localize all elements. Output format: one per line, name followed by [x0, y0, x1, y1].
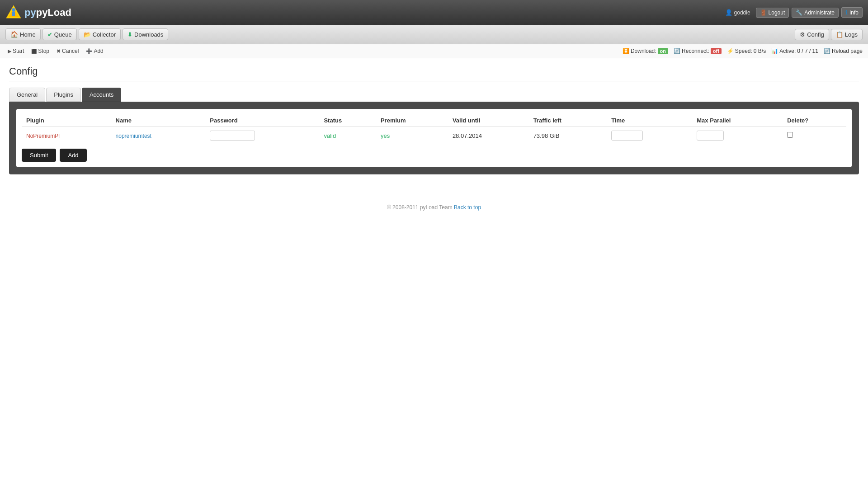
download-label: Download: — [631, 48, 656, 54]
nav-downloads[interactable]: Downloads — [123, 28, 168, 40]
queue-icon — [47, 31, 52, 38]
accounts-inner: Plugin Name Password Status Premium Vali… — [16, 109, 852, 167]
nav-collector-label: Collector — [93, 31, 116, 38]
name-link[interactable]: nopremiumtest — [116, 133, 151, 139]
username: goddie — [734, 9, 750, 16]
back-to-top-link[interactable]: Back to top — [454, 204, 481, 211]
submit-button[interactable]: Submit — [22, 149, 56, 162]
cell-status: valid — [319, 127, 376, 145]
reload-label: Reload page — [832, 48, 863, 54]
table-row: NoPremiumPl nopremiumtest valid yes — [22, 127, 846, 145]
nav-collector[interactable]: Collector — [79, 28, 121, 40]
reconnect-label: Reconnect: — [682, 48, 709, 54]
plugin-link[interactable]: NoPremiumPl — [26, 133, 60, 139]
reconnect-status: Reconnect: off — [674, 48, 722, 54]
tab-general[interactable]: General — [9, 88, 45, 102]
collector-icon — [84, 31, 91, 38]
nav-home[interactable]: Home — [5, 28, 41, 40]
add-button[interactable]: Add — [84, 47, 105, 55]
accounts-table: Plugin Name Password Status Premium Vali… — [22, 114, 846, 144]
nav-config[interactable]: Config — [795, 29, 829, 40]
speed-value: 0 B/s — [754, 48, 766, 54]
info-button[interactable]: Info — [841, 7, 863, 18]
active-value: 0 / 7 / 11 — [797, 48, 818, 54]
download-status-icon — [623, 48, 629, 54]
cell-premium: yes — [376, 127, 448, 145]
reload-icon — [824, 48, 830, 54]
start-button[interactable]: Start — [5, 47, 26, 55]
logout-icon — [760, 9, 767, 16]
download-badge: on — [658, 48, 668, 54]
premium-value: yes — [381, 132, 390, 139]
cell-max-parallel[interactable] — [692, 127, 783, 145]
toolbar-right: Download: on Reconnect: off Speed: 0 B/s… — [623, 48, 863, 54]
page-title: Config — [9, 66, 859, 81]
admin-icon — [796, 9, 802, 16]
logs-icon — [836, 31, 843, 38]
navbar: Home Queue Collector Downloads Config Lo… — [0, 25, 868, 44]
administrate-label: Administrate — [804, 9, 835, 16]
nav-left: Home Queue Collector Downloads — [5, 28, 168, 40]
main-content: Config General Plugins Accounts Plugin N… — [0, 58, 868, 182]
time-input[interactable] — [611, 131, 643, 141]
col-plugin: Plugin — [22, 114, 111, 127]
toolbar-left: Start Stop Cancel Add — [5, 47, 106, 55]
col-password: Password — [205, 114, 319, 127]
info-label: Info — [849, 9, 859, 16]
cell-name: nopremiumtest — [111, 127, 206, 145]
add-account-button[interactable]: Add — [60, 149, 86, 162]
cell-plugin: NoPremiumPl — [22, 127, 111, 145]
logo-icon — [5, 5, 22, 21]
user-icon — [725, 9, 732, 16]
form-buttons: Submit Add — [22, 149, 846, 162]
stop-button[interactable]: Stop — [29, 47, 52, 55]
copyright: © 2008-2011 pyLoad Team — [387, 204, 453, 211]
col-premium: Premium — [376, 114, 448, 127]
add-tb-icon — [86, 48, 92, 54]
info-icon — [845, 9, 848, 16]
max-parallel-input[interactable] — [697, 131, 724, 141]
reconnect-badge: off — [711, 48, 722, 54]
config-icon — [800, 31, 805, 38]
col-name: Name — [111, 114, 206, 127]
nav-logs-label: Logs — [845, 31, 858, 38]
tab-accounts[interactable]: Accounts — [82, 88, 121, 102]
downloads-icon — [127, 31, 132, 38]
nav-home-label: Home — [20, 31, 36, 38]
home-icon — [10, 31, 18, 38]
svg-point-2 — [12, 8, 15, 12]
active-status: Active: 0 / 7 / 11 — [771, 48, 818, 54]
administrate-button[interactable]: Administrate — [792, 8, 839, 18]
nav-logs[interactable]: Logs — [831, 29, 863, 40]
nav-config-label: Config — [807, 31, 824, 38]
col-time: Time — [607, 114, 692, 127]
reconnect-status-icon — [674, 48, 680, 54]
cancel-button[interactable]: Cancel — [54, 47, 81, 55]
password-input[interactable] — [210, 131, 255, 141]
speed-label: Speed: — [735, 48, 752, 54]
cell-time[interactable] — [607, 127, 692, 145]
nav-downloads-label: Downloads — [134, 31, 163, 38]
header: pypyLoad goddie Logout Administrate Info — [0, 0, 868, 25]
cell-password[interactable] — [205, 127, 319, 145]
nav-right: Config Logs — [795, 29, 863, 40]
toolbar: Start Stop Cancel Add Download: on Recon… — [0, 44, 868, 58]
nav-queue[interactable]: Queue — [42, 28, 77, 40]
logout-button[interactable]: Logout — [756, 8, 789, 18]
cell-traffic-left: 73.98 GiB — [529, 127, 607, 145]
stop-icon — [31, 48, 37, 54]
header-right: goddie Logout Administrate Info — [725, 7, 863, 18]
delete-checkbox[interactable] — [787, 132, 793, 138]
add-label: Add — [94, 48, 103, 54]
reload-status[interactable]: Reload page — [824, 48, 863, 54]
cell-delete[interactable] — [783, 127, 846, 145]
col-traffic-left: Traffic left — [529, 114, 607, 127]
col-status: Status — [319, 114, 376, 127]
tab-plugins[interactable]: Plugins — [46, 88, 81, 102]
start-label: Start — [13, 48, 24, 54]
active-icon — [771, 48, 778, 54]
col-delete: Delete? — [783, 114, 846, 127]
app-name: pypyLoad — [24, 7, 71, 19]
svg-rect-3 — [12, 12, 15, 16]
tabs: General Plugins Accounts — [9, 88, 859, 102]
